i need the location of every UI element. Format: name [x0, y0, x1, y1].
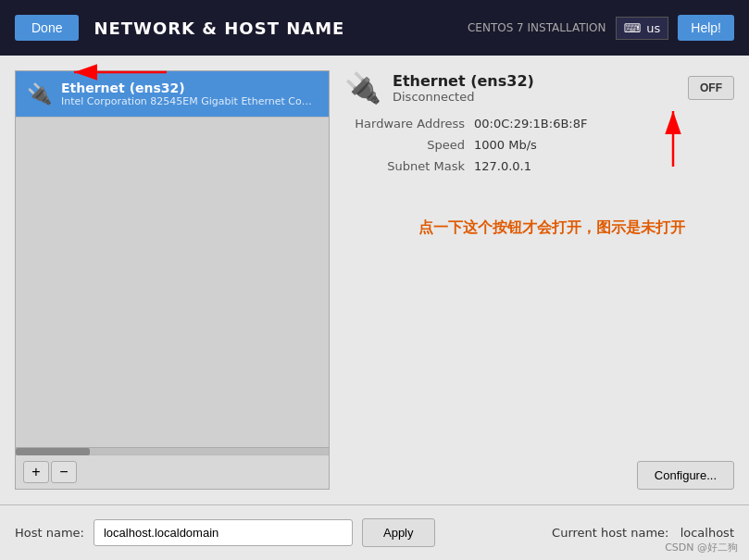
remove-network-button[interactable]: −	[51, 461, 77, 483]
main-content: 🔌 Ethernet (ens32) Intel Corporation 825…	[0, 56, 749, 504]
network-item-desc: Intel Corporation 82545EM Gigabit Ethern…	[61, 95, 318, 107]
device-info: 🔌 Ethernet (ens32) Disconnected	[344, 70, 534, 106]
hardware-address-label: Hardware Address	[344, 117, 474, 131]
network-item[interactable]: 🔌 Ethernet (ens32) Intel Corporation 825…	[16, 71, 329, 118]
header: Done NETWORK & HOST NAME CENTOS 7 INSTAL…	[0, 0, 749, 56]
list-actions: + −	[16, 454, 329, 489]
current-host-block: Current host name: localhost	[552, 526, 734, 540]
left-panel: 🔌 Ethernet (ens32) Intel Corporation 825…	[15, 70, 330, 490]
csdn-badge: CSDN @好二狗	[665, 541, 738, 554]
scrollbar-thumb[interactable]	[16, 448, 90, 455]
configure-button[interactable]: Configure...	[637, 461, 734, 490]
device-status: Disconnected	[393, 90, 534, 104]
header-right: CENTOS 7 INSTALLATION ⌨ us Help!	[468, 15, 734, 41]
ethernet-icon: 🔌	[27, 82, 52, 106]
locale-value: us	[646, 21, 660, 35]
speed-value: 1000 Mb/s	[474, 138, 734, 152]
device-name: Ethernet (ens32)	[393, 72, 534, 90]
locale-selector[interactable]: ⌨ us	[616, 17, 669, 40]
current-host-label: Current host name:	[552, 526, 668, 540]
host-input[interactable]	[94, 519, 353, 546]
scrollbar-area	[16, 447, 329, 454]
current-host-value: localhost	[680, 526, 734, 540]
done-button[interactable]: Done	[15, 15, 79, 41]
apply-button[interactable]: Apply	[362, 518, 435, 547]
centos-label: CENTOS 7 INSTALLATION	[468, 21, 606, 34]
device-icon: 🔌	[344, 70, 381, 106]
network-list: 🔌 Ethernet (ens32) Intel Corporation 825…	[16, 71, 329, 447]
speed-label: Speed	[344, 138, 474, 152]
annotation-text: 点一下这个按钮才会打开，图示是未打开	[418, 218, 685, 236]
right-panel: 🔌 Ethernet (ens32) Disconnected OFF Hard…	[344, 70, 734, 490]
help-button[interactable]: Help!	[678, 15, 734, 41]
right-actions: Configure...	[344, 461, 734, 490]
page-title: NETWORK & HOST NAME	[94, 19, 344, 38]
network-item-info: Ethernet (ens32) Intel Corporation 82545…	[61, 81, 318, 107]
network-item-name: Ethernet (ens32)	[61, 81, 318, 95]
subnet-mask-label: Subnet Mask	[344, 159, 474, 173]
device-header: 🔌 Ethernet (ens32) Disconnected OFF	[344, 70, 734, 106]
host-label: Host name:	[15, 526, 84, 540]
bottom-bar: Host name: Apply Current host name: loca…	[0, 504, 749, 560]
keyboard-icon: ⌨	[624, 21, 642, 35]
subnet-mask-value: 127.0.0.1	[474, 159, 734, 173]
device-details: Hardware Address 00:0C:29:1B:6B:8F Speed…	[344, 117, 734, 173]
toggle-button[interactable]: OFF	[688, 76, 734, 100]
hardware-address-value: 00:0C:29:1B:6B:8F	[474, 117, 734, 131]
add-network-button[interactable]: +	[23, 461, 49, 483]
device-name-block: Ethernet (ens32) Disconnected	[393, 72, 534, 104]
header-left: Done NETWORK & HOST NAME	[15, 15, 344, 41]
annotation-block: 点一下这个按钮才会打开，图示是未打开	[418, 216, 734, 240]
